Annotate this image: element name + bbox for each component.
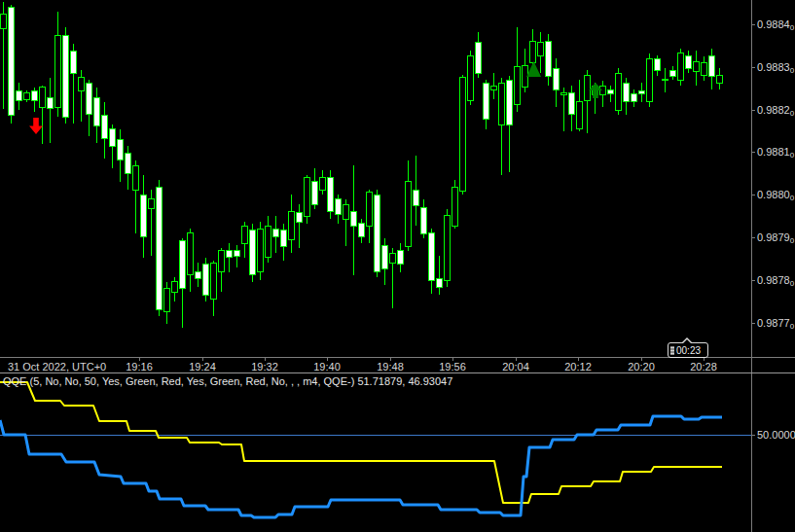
- qqe-indicator-panel[interactable]: [0, 0, 795, 532]
- qqe-slow-line: [0, 382, 722, 503]
- countdown-text: 00:23: [676, 344, 701, 357]
- candle-countdown-timer[interactable]: 00:23: [668, 342, 708, 358]
- indicator-label: QQE (5, No, No, 50, Yes, Green, Red, Yes…: [3, 375, 452, 387]
- qqe-fast-line: [0, 416, 722, 517]
- countdown-caret-inner: [683, 339, 691, 343]
- mt4-chart-window: 00:23 31 Oct 2022, UTC+0 19:1619:2419:32…: [0, 0, 795, 532]
- drag-grip-icon: [670, 346, 674, 355]
